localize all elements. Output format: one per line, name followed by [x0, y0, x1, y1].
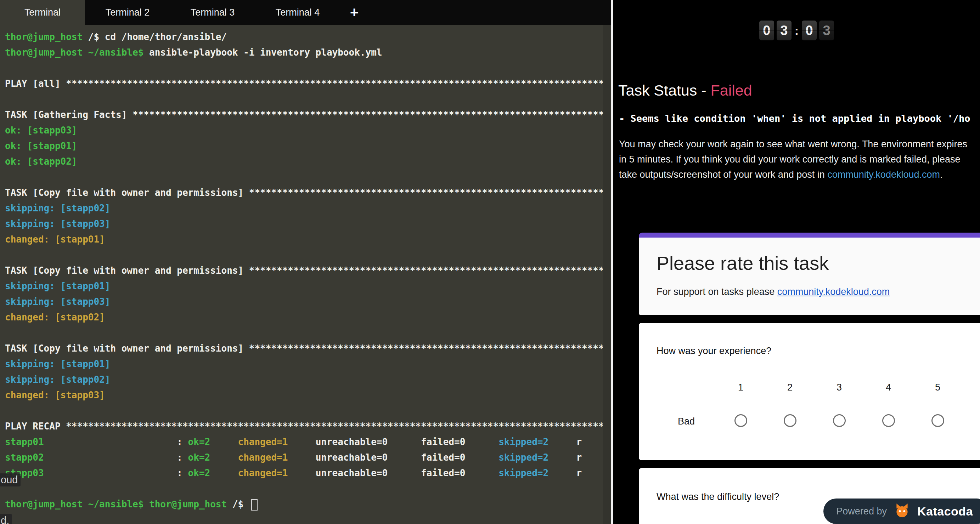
experience-question: How was your experience? — [657, 345, 980, 357]
powered-by-badge[interactable]: Powered by Katacoda — [823, 499, 980, 524]
rating-cell — [913, 414, 962, 429]
rating-number-3: 3 — [815, 381, 864, 394]
countdown-timer: 0 3 : 0 3 — [613, 21, 980, 40]
support-text: For support on tasks please community.ko… — [657, 286, 980, 297]
rating-number-1: 1 — [716, 381, 765, 394]
experience-low-label: Bad — [657, 416, 716, 427]
terminal-line: ok: [stapp01] — [5, 138, 611, 154]
terminal-line: ok: [stapp03] — [5, 122, 611, 138]
terminal-line: changed: [stapp01] — [5, 232, 611, 247]
terminal-line — [5, 481, 611, 496]
rating-number-2: 2 — [765, 381, 815, 394]
task-panel: 0 3 : 0 3 Task Status - Failed - Seems l… — [613, 0, 980, 524]
new-tab-button[interactable]: + — [340, 0, 369, 25]
terminal-line: PLAY RECAP *****************************… — [5, 419, 611, 434]
tab-terminal[interactable]: Terminal — [0, 0, 85, 25]
terminal-tabbar: TerminalTerminal 2Terminal 3Terminal 4+ — [0, 0, 611, 25]
katacoda-brand: Katacoda — [917, 505, 973, 518]
terminal-panel: TerminalTerminal 2Terminal 3Terminal 4+ … — [0, 0, 611, 524]
terminal-line — [5, 403, 611, 419]
powered-by-label: Powered by — [836, 506, 887, 517]
rating-number-5: 5 — [913, 381, 962, 394]
terminal-line: skipping: [stapp03] — [5, 294, 611, 310]
terminal-line — [5, 60, 611, 76]
terminal-line — [5, 91, 611, 107]
background-window-fragment: d. — [0, 514, 12, 524]
task-status-heading: Task Status - Failed — [618, 82, 980, 99]
task-help-text: You may check your work again to see wha… — [619, 137, 968, 183]
terminal-line: TASK [Copy file with owner and permissio… — [5, 263, 611, 278]
terminal-line — [5, 247, 611, 263]
terminal-line: stapp01 : ok=2 changed=1 unreachable=0 f… — [5, 434, 611, 449]
background-window-fragment: oud — [0, 473, 21, 486]
terminal-line: thor@jump_host /$ cd /home/thor/ansible/ — [5, 29, 611, 44]
tab-terminal-2[interactable]: Terminal 2 — [85, 0, 170, 25]
rating-radio-4[interactable] — [882, 414, 895, 427]
tab-terminal-3[interactable]: Terminal 3 — [170, 0, 255, 25]
timer-digit: 3 — [776, 21, 792, 40]
terminal-cursor — [251, 499, 258, 511]
terminal-line — [5, 325, 611, 341]
terminal-line: stapp02 : ok=2 changed=1 unreachable=0 f… — [5, 449, 611, 465]
rating-radio-5[interactable] — [931, 414, 944, 427]
tab-terminal-4[interactable]: Terminal 4 — [255, 0, 340, 25]
support-text-label: For support on tasks please — [657, 286, 777, 297]
terminal-scrollbar[interactable] — [603, 25, 611, 524]
experience-card: How was your experience? 12345Bad — [639, 323, 980, 460]
timer-digit: 0 — [759, 21, 774, 40]
terminal-line: thor@jump_host ~/ansible$ thor@jump_host… — [5, 496, 611, 512]
terminal-line: PLAY [all] *****************************… — [5, 76, 611, 91]
card-accent-bar — [639, 233, 980, 238]
terminal-line: TASK [Copy file with owner and permissio… — [5, 341, 611, 356]
help-text-period: . — [940, 169, 943, 180]
terminal-line: stapp03 : ok=2 changed=1 unreachable=0 f… — [5, 465, 611, 481]
task-error-message: - Seems like condition 'when' is not app… — [619, 113, 980, 124]
terminal-line: TASK [Gathering Facts] *****************… — [5, 107, 611, 122]
terminal-line: TASK [Copy file with owner and permissio… — [5, 185, 611, 200]
terminal-line: skipping: [stapp02] — [5, 200, 611, 216]
rate-task-card: Please rate this task For support on tas… — [639, 233, 980, 315]
terminal-line: ok: [stapp02] — [5, 154, 611, 169]
task-status-value: Failed — [710, 82, 752, 99]
katacoda-logo-icon — [893, 502, 911, 520]
rating-cell — [765, 414, 815, 429]
terminal-line: skipping: [stapp01] — [5, 278, 611, 294]
rating-cell — [716, 414, 765, 429]
rating-radio-3[interactable] — [833, 414, 846, 427]
terminal-line: changed: [stapp02] — [5, 310, 611, 325]
terminal-line — [5, 169, 611, 185]
rating-grid: 12345Bad — [657, 381, 980, 429]
rating-radio-1[interactable] — [735, 414, 747, 427]
terminal-line: skipping: [stapp03] — [5, 216, 611, 232]
timer-digit-flipping: 3 — [819, 21, 834, 40]
rate-card-title: Please rate this task — [657, 252, 980, 275]
rating-radio-2[interactable] — [784, 414, 797, 427]
terminal-output[interactable]: thor@jump_host /$ cd /home/thor/ansible/… — [0, 25, 611, 524]
terminal-line: skipping: [stapp02] — [5, 372, 611, 387]
task-status-label: Task Status - — [618, 82, 710, 99]
timer-colon: : — [795, 24, 799, 38]
timer-digit: 0 — [802, 21, 817, 40]
rating-cell — [864, 414, 913, 429]
support-community-link[interactable]: community.kodekloud.com — [777, 286, 890, 297]
lab-environment: TerminalTerminal 2Terminal 3Terminal 4+ … — [0, 0, 980, 524]
terminal-line: thor@jump_host ~/ansible$ ansible-playbo… — [5, 44, 611, 60]
terminal-line: skipping: [stapp01] — [5, 356, 611, 372]
community-link[interactable]: community.kodekloud.com — [827, 169, 940, 180]
terminal-line: changed: [stapp03] — [5, 387, 611, 403]
rating-cell — [815, 414, 864, 429]
rating-number-4: 4 — [864, 381, 913, 394]
